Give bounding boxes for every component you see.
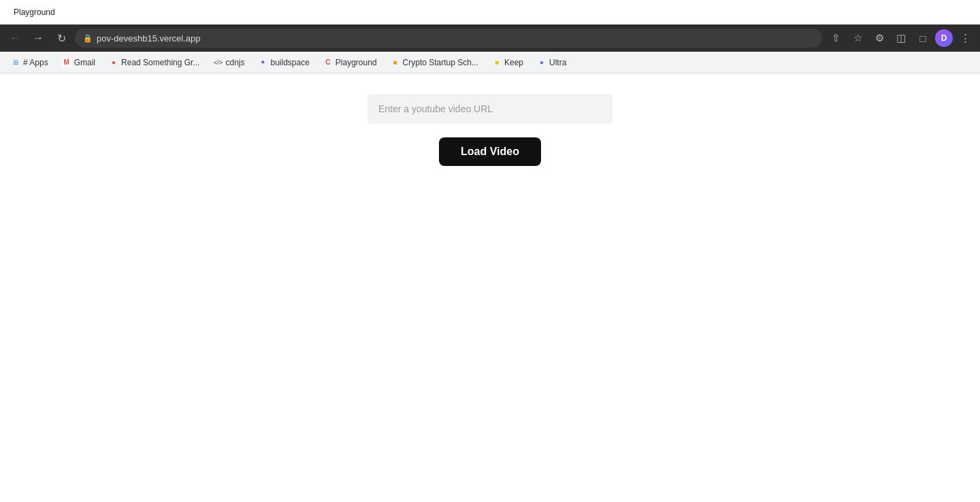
bookmark-keep-label: Keep	[504, 58, 523, 67]
youtube-url-input[interactable]	[368, 94, 612, 124]
url-text: pov-deveshb15.vercel.app	[97, 33, 814, 44]
back-button[interactable]: ←	[5, 29, 24, 48]
browser-chrome: Playground ← → ↻ 🔒 pov-deveshb15.vercel.…	[0, 0, 980, 502]
buildspace-icon: ✦	[258, 58, 267, 67]
keep-icon: ■	[492, 58, 502, 67]
bookmark-read-something[interactable]: ● Read Something Gr...	[103, 56, 205, 69]
toolbar-icons: ⇧ ☆ ⚙ ◫ □ D ⋮	[826, 29, 975, 48]
playground-icon: C	[323, 58, 333, 67]
bookmark-crypto-startup[interactable]: ■ Crypto Startup Sch...	[385, 56, 484, 69]
share-icon[interactable]: ⇧	[826, 29, 845, 48]
bookmark-buildspace-label: buildspace	[270, 58, 309, 67]
bookmark-apps[interactable]: ⊞ # Apps	[5, 56, 54, 69]
read-something-icon: ●	[109, 58, 118, 67]
lock-icon: 🔒	[83, 34, 93, 43]
menu-icon[interactable]: ⋮	[956, 29, 975, 48]
gmail-icon: M	[62, 58, 71, 67]
media-router-icon[interactable]: ◫	[892, 29, 911, 48]
bookmark-ultra-label: Ultra	[549, 58, 566, 67]
address-bar[interactable]: 🔒 pov-deveshb15.vercel.app	[75, 29, 822, 48]
bookmark-gmail[interactable]: M Gmail	[56, 56, 101, 69]
tab-bar: Playground	[0, 0, 980, 24]
forward-button[interactable]: →	[29, 29, 48, 48]
bookmark-ultra[interactable]: ● Ultra	[532, 56, 572, 69]
tab-search-icon[interactable]: □	[913, 29, 932, 48]
ultra-icon: ●	[537, 58, 546, 67]
reload-button[interactable]: ↻	[52, 29, 71, 48]
apps-icon: ⊞	[11, 58, 20, 67]
bookmark-gmail-label: Gmail	[74, 58, 95, 67]
bookmark-playground[interactable]: C Playground	[318, 56, 382, 69]
extensions-icon[interactable]: ⚙	[870, 29, 889, 48]
bookmark-buildspace[interactable]: ✦ buildspace	[252, 56, 314, 69]
active-tab[interactable]: Playground	[5, 2, 63, 22]
crypto-startup-icon: ■	[391, 58, 400, 67]
bookmark-keep[interactable]: ■ Keep	[487, 56, 529, 69]
load-video-button[interactable]: Load Video	[439, 137, 541, 166]
bookmark-star-icon[interactable]: ☆	[848, 29, 867, 48]
tab-label: Playground	[14, 7, 55, 17]
bookmarks-bar: ⊞ # Apps M Gmail ● Read Something Gr... …	[0, 52, 980, 73]
bookmark-cdnjs[interactable]: </> cdnjs	[208, 56, 250, 69]
address-bar-row: ← → ↻ 🔒 pov-deveshb15.vercel.app ⇧ ☆ ⚙ ◫…	[0, 24, 980, 52]
bookmark-crypto-label: Crypto Startup Sch...	[403, 58, 478, 67]
avatar[interactable]: D	[935, 29, 953, 47]
bookmark-playground-label: Playground	[336, 58, 377, 67]
bookmark-cdnjs-label: cdnjs	[225, 58, 244, 67]
page-content: Load Video	[0, 73, 980, 502]
cdnjs-icon: </>	[213, 58, 223, 67]
bookmark-apps-label: # Apps	[23, 58, 48, 67]
bookmark-read-label: Read Something Gr...	[121, 58, 199, 67]
